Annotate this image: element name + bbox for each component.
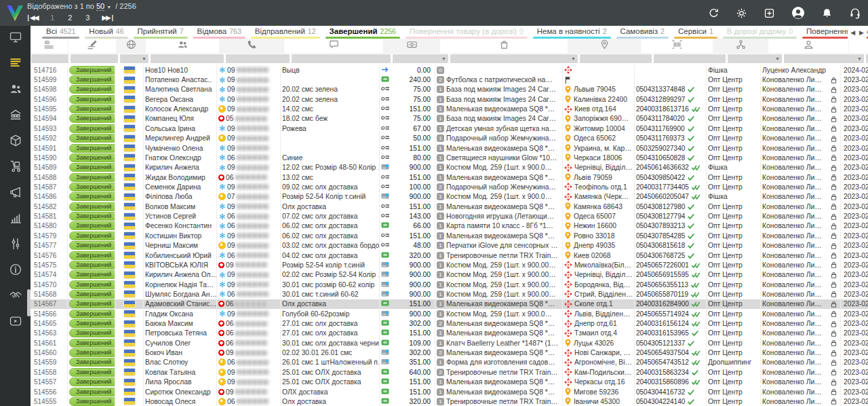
order-row[interactable]: 514555 Завершений Новосад Олеся 06 Олх д…	[31, 396, 868, 406]
filter-phone-input[interactable]	[226, 54, 290, 63]
status-badge[interactable]: Завершений	[69, 66, 115, 75]
order-row[interactable]: 514579 Завершений Костишин Виктор ✻09 06…	[31, 231, 868, 240]
order-row[interactable]: 514577 Завершений Черниш Максим 09 03.02…	[31, 240, 868, 250]
order-row[interactable]: 514570 Завершений Корнелюк Надія Та… ✻09…	[31, 280, 868, 289]
order-row[interactable]: 514556 Завершений Сиротюк Олександр 09 О…	[31, 387, 868, 396]
sidebar-item-info[interactable]	[0, 258, 31, 284]
status-badge[interactable]: Завершений	[69, 348, 115, 357]
order-row[interactable]: 514582 Завершений Волков Максим ✻09 Олх …	[31, 202, 868, 211]
status-badge[interactable]: Завершений	[69, 202, 115, 211]
tab-4[interactable]: Відправлений12	[248, 26, 323, 39]
status-badge[interactable]: Завершений	[69, 241, 115, 250]
refresh-icon[interactable]	[708, 7, 719, 19]
order-row[interactable]: 514567 Завершений Адамовский Станис… 06 …	[31, 299, 868, 309]
status-badge[interactable]: Завершений	[69, 280, 115, 289]
col-status-header[interactable]	[68, 39, 117, 53]
order-row[interactable]: 514594 Завершений Компанец Юля 05 18.02 …	[31, 114, 868, 124]
tab-1[interactable]: Новый46	[82, 26, 130, 39]
order-row[interactable]: 514576 Завершений Кобилинський Юрий ✻06 …	[31, 251, 868, 260]
order-row[interactable]: 514592 Завершений Мерклингер Андрей 09 5…	[31, 134, 868, 143]
tab-3[interactable]: Відмова763	[191, 26, 248, 39]
status-badge[interactable]: Завершений	[69, 173, 115, 182]
status-badge[interactable]: Завершений	[69, 183, 115, 191]
status-badge[interactable]: Завершений	[69, 329, 115, 337]
status-badge[interactable]: Завершений	[69, 212, 115, 221]
filter-name-input[interactable]	[151, 54, 224, 63]
status-badge[interactable]: Завершений	[69, 270, 115, 279]
sidebar-item-statistics[interactable]	[0, 206, 31, 232]
filter-id-input[interactable]	[31, 54, 68, 63]
status-badge[interactable]: Завершений	[69, 377, 115, 386]
status-badge[interactable]: Завершений	[69, 163, 115, 172]
sidebar-item-company[interactable]	[0, 103, 31, 129]
sidebar-item-orders[interactable]	[0, 52, 31, 77]
filter-comment-input[interactable]	[292, 54, 391, 63]
order-row[interactable]: 514558 Завершений Ковпак Татьяна 09 25.0…	[31, 367, 868, 377]
status-badge[interactable]: Завершений	[69, 339, 115, 348]
order-row[interactable]: 514586 Завершений Філіпова Люба 07 Розмі…	[31, 192, 868, 202]
status-badge[interactable]: Завершений	[69, 153, 115, 162]
tab-6[interactable]: Повернення товару (в дорозі)0	[403, 26, 530, 39]
col-name-header[interactable]	[146, 39, 220, 53]
status-badge[interactable]: Завершений	[69, 124, 115, 133]
sidebar-item-dashboard[interactable]	[0, 26, 31, 52]
order-row[interactable]: 514565 Завершений Баюка Максим 06 27.01 …	[31, 318, 868, 328]
sidebar-item-settings[interactable]	[0, 232, 31, 258]
status-badge[interactable]: Завершений	[69, 144, 115, 153]
order-row[interactable]: 514589 Завершений Кирилич Анжела ✻09 12.…	[31, 163, 868, 172]
status-badge[interactable]: Завершений	[69, 368, 115, 377]
order-row[interactable]: 514575 Завершений КВІТОВСЬКА ЮЛІЯ 09 Роз…	[31, 260, 868, 270]
order-row[interactable]: 514591 Завершений Чумаченко Олена ✻09 15…	[31, 143, 868, 153]
settings-gear-icon[interactable]	[736, 7, 747, 19]
order-row[interactable]: 514580 Завершений Фесенко Константин ✻06…	[31, 221, 868, 231]
order-row[interactable]: 514716 Завершений Нов10 Нов10 ✻09 Выцв 0…	[31, 65, 868, 75]
filter-location-input[interactable]	[580, 54, 652, 63]
status-badge[interactable]: Завершений	[69, 261, 115, 270]
order-row[interactable]: 514596 Завершений Вегера Оксана ✻09 20.0…	[31, 94, 868, 104]
status-badge[interactable]: Завершений	[69, 192, 115, 201]
status-badge[interactable]: Завершений	[69, 221, 115, 230]
tab-10[interactable]: В дорозі додому0	[720, 26, 800, 39]
order-row[interactable]: 514598 Завершений Малютина Светлана ✻09 …	[31, 85, 868, 94]
col-flag-header[interactable]	[117, 39, 146, 53]
add-order-icon[interactable]	[764, 7, 775, 19]
page-2-button[interactable]: 2	[66, 14, 73, 22]
tab-9[interactable]: Сервіси1	[671, 26, 720, 39]
order-row[interactable]: 514559 Завершений Влас Слотюу 06 26.01 с…	[31, 358, 868, 367]
order-row[interactable]: 514561 Завершений Сучилов Олег 06 30.01 …	[31, 338, 868, 348]
col-price-header[interactable]	[384, 39, 440, 53]
col-location-header[interactable]	[568, 39, 641, 53]
order-row[interactable]: 514593 Завершений Сольська Ірина ✻09 Рож…	[31, 124, 868, 133]
sidebar-item-purchases[interactable]	[0, 155, 31, 181]
status-badge[interactable]: Завершений	[69, 299, 115, 308]
sidebar-item-marketing[interactable]	[0, 181, 31, 206]
order-row[interactable]: 514587 Завершений Семенюк Дарина ✻09 09.…	[31, 182, 868, 191]
status-badge[interactable]: Завершений	[69, 114, 115, 123]
status-badge[interactable]: Завершений	[69, 134, 115, 143]
order-row[interactable]: 514595 Завершений Колосок Александр 09 1…	[31, 104, 868, 113]
order-row[interactable]: 514590 Завершений Гнатюк Олексндр ✻06 Си…	[31, 153, 868, 162]
filter-tracking-input[interactable]	[654, 54, 726, 63]
tab-0[interactable]: Всі4521	[39, 26, 82, 39]
status-badge[interactable]: Завершений	[69, 232, 115, 240]
order-row[interactable]: 514560 Завершений Бокоч Иван 09 02.02 30…	[31, 348, 868, 357]
col-comment-header[interactable]	[284, 39, 384, 53]
col-id-header[interactable]: ID	[31, 39, 68, 53]
col-user-header[interactable]	[768, 39, 849, 53]
filter-status-input[interactable]	[71, 54, 118, 63]
status-badge[interactable]: Завершений	[69, 310, 115, 318]
order-row[interactable]: 514599 Завершений Потапенко Анастас.. ✻0…	[31, 75, 868, 84]
tab-5[interactable]: Завершений2256	[323, 26, 403, 39]
col-date-header[interactable]	[849, 39, 868, 53]
order-row[interactable]: 514566 Завершений Гладик Оксана ✻09 Голу…	[31, 309, 868, 318]
filter-funnel-input[interactable]: ▼	[728, 54, 782, 63]
order-row[interactable]: 514563 Завершений Петровська Тетяна 06 2…	[31, 329, 868, 338]
page-size-dropdown[interactable]: 50	[96, 2, 104, 11]
filter-product-input[interactable]: ▼	[450, 54, 578, 63]
support-headset-icon[interactable]	[849, 7, 861, 19]
page-1-button[interactable]: 1	[49, 14, 56, 22]
sidebar-item-partners[interactable]	[0, 284, 31, 310]
sidebar-item-tutorials[interactable]	[0, 310, 31, 335]
avatar[interactable]	[791, 6, 805, 20]
status-badge[interactable]: Завершений	[69, 251, 115, 260]
